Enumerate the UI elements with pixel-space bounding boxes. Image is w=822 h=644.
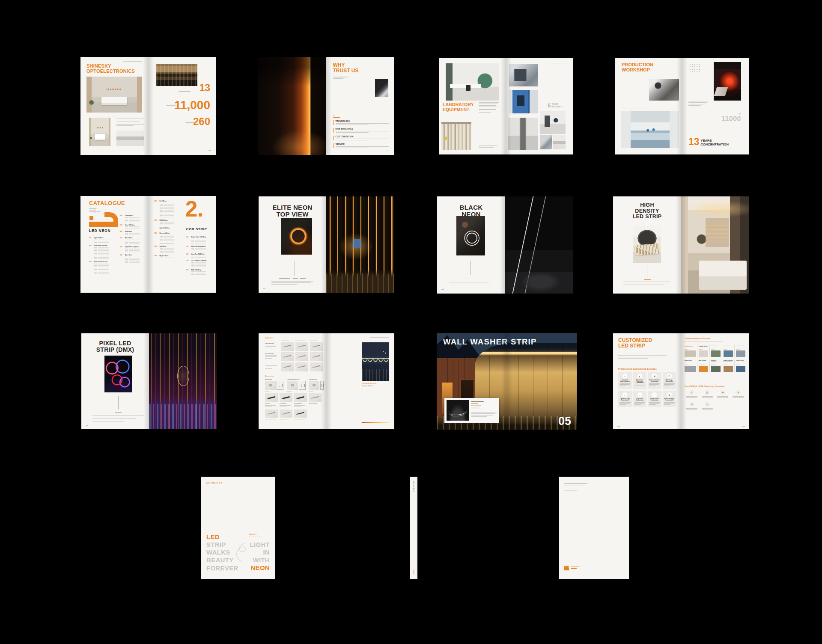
catalogue-section: N01Agile 3D Neon bbox=[89, 237, 116, 243]
spread-company-intro: SHINESKY OPTOELECTRONICS 13 11,000 260 bbox=[80, 57, 216, 155]
catalogue-section: N07Black Neon bbox=[120, 237, 144, 244]
section-name: RGBW Neon bbox=[160, 220, 179, 221]
trust-item: SERVICE bbox=[333, 143, 389, 148]
oem-icon: ▤ bbox=[705, 390, 710, 395]
spec-caption bbox=[115, 412, 122, 413]
area-value: 11000 bbox=[721, 115, 741, 123]
accessory-label: Aluminum Profile bbox=[309, 379, 317, 380]
pixel-strip-photo bbox=[104, 356, 132, 392]
cover-word: LED bbox=[206, 533, 238, 541]
page-number bbox=[617, 290, 620, 290]
black-right-page bbox=[505, 196, 573, 294]
cover-word: IN bbox=[250, 549, 270, 556]
page-number bbox=[263, 426, 265, 426]
services-grid: ✳ Customized Lighting Solutions ▮ Specia… bbox=[618, 372, 676, 407]
step-title: First Sample bbox=[724, 344, 733, 348]
model-list bbox=[120, 249, 144, 252]
service-title: Printed & Jacketed Customization bbox=[649, 380, 660, 383]
page-title: LABORATORY EQUIPMENT bbox=[443, 102, 474, 112]
description-text bbox=[92, 415, 144, 422]
accessory-label: Aluminum Mounting Clip bbox=[287, 379, 299, 380]
years-value: 13 bbox=[688, 137, 700, 147]
accessory-label: Wire Tin Connector bbox=[309, 403, 322, 404]
dot-grid-ornament bbox=[689, 63, 700, 72]
model-list bbox=[186, 256, 211, 258]
service-title: Brand Logo Customization bbox=[664, 380, 675, 383]
catalogue-section: N05Omni 360 Neon bbox=[120, 224, 144, 229]
test-chamber-photo bbox=[509, 64, 538, 86]
badge-caption bbox=[333, 117, 340, 118]
back-cover bbox=[559, 477, 629, 579]
page-title: ELITE NEON TOP VIEW bbox=[259, 204, 326, 218]
service-card: ↔ Light Strip Length Customization bbox=[618, 391, 632, 407]
service-icon: ↔ bbox=[622, 392, 627, 397]
page-title: WALL WASHER STRIP bbox=[443, 337, 536, 347]
row-label: Front Cable Entry bbox=[265, 343, 279, 344]
spec-caption bbox=[279, 278, 290, 279]
catalogue-section: C01Single Color COB Strip bbox=[186, 236, 211, 243]
workshop-right-page: SQM 11000 13 YEARS CONCENTRATION bbox=[682, 58, 749, 154]
process-step: Goods Delivery STEP 10 bbox=[734, 360, 745, 372]
service-description bbox=[664, 383, 675, 386]
accessories-left-page: Cable Entry Looped End Cap Cable Thru En… bbox=[259, 333, 327, 429]
catalogue-section: N06Dual Neon bbox=[120, 231, 144, 235]
office-photo bbox=[116, 131, 144, 146]
lab-left-page: LABORATORY EQUIPMENT bbox=[439, 58, 506, 154]
aging-test-photo bbox=[441, 122, 471, 150]
model-list bbox=[186, 248, 211, 251]
elite-right-page bbox=[326, 196, 394, 293]
dimension-caption: Dimension bbox=[265, 391, 269, 392]
pixel-left-page: PIXEL LED STRIP (DMX) bbox=[81, 333, 149, 429]
column-header: Blind End Cap bbox=[310, 340, 323, 341]
oem-caption bbox=[685, 396, 699, 398]
portfolio-canvas: SHINESKY OPTOELECTRONICS 13 11,000 260 bbox=[0, 0, 822, 644]
end-cap-photo bbox=[281, 352, 294, 361]
catalogue-section: N12Recessed Neon bbox=[155, 232, 179, 244]
years-concentration: 13 YEARS CONCENTRATION bbox=[688, 137, 729, 147]
page-title: WHY TRUST US bbox=[333, 62, 359, 74]
service-icon: ◠ bbox=[652, 392, 657, 397]
neon-squiggle-graphic bbox=[233, 542, 249, 564]
spread-pixel-led: PIXEL LED STRIP (DMX) bbox=[81, 333, 217, 429]
cover-words-right: LIGHTINWITHNEON bbox=[250, 541, 270, 572]
spread-accessories: Cable Entry Looped End Cap Cable Thru En… bbox=[259, 333, 394, 429]
stat-label bbox=[179, 91, 191, 92]
caption-line bbox=[621, 109, 649, 109]
address-line bbox=[564, 484, 587, 484]
section-code: N07 bbox=[120, 237, 124, 239]
strip-sample-photo bbox=[447, 400, 469, 421]
model-list bbox=[120, 217, 144, 222]
step-number: STEP 04 bbox=[724, 349, 733, 350]
humidity-chamber-photo bbox=[509, 90, 538, 113]
spread-wall-washer: WALL WASHER STRIP 05 bbox=[437, 333, 577, 430]
vertical-line bbox=[118, 396, 119, 410]
model-list bbox=[186, 239, 211, 243]
oem-caption bbox=[700, 396, 714, 398]
section-name: Black Neon bbox=[125, 237, 144, 239]
section-name: Agile 3in1 Neon bbox=[160, 227, 179, 229]
step-title: Demand Communication bbox=[685, 344, 696, 348]
catalogue-section: N09Apex Neon bbox=[120, 254, 144, 263]
step-title: Goods Delivery bbox=[736, 360, 745, 364]
row-description bbox=[265, 345, 277, 349]
spec-caption-orange bbox=[644, 279, 651, 280]
chapter-number: 05 bbox=[558, 415, 571, 428]
model-list bbox=[155, 235, 179, 244]
cover-word: WITH bbox=[250, 556, 270, 564]
catalogue-section: N14Rhythm Neon bbox=[155, 255, 179, 258]
section-name: Slim COB Strip (4mm) bbox=[191, 246, 211, 247]
step-number: STEP 07 bbox=[699, 364, 708, 365]
service-description bbox=[664, 402, 675, 405]
spec-caption bbox=[456, 278, 467, 278]
model-list bbox=[120, 226, 144, 229]
address-line bbox=[564, 486, 585, 486]
dimension-caption: Dimension bbox=[287, 391, 292, 392]
oem-caption bbox=[731, 396, 745, 398]
black-connector-photo bbox=[294, 410, 307, 418]
connector-photo bbox=[309, 393, 322, 402]
model-list bbox=[89, 264, 116, 274]
connector-photo bbox=[280, 393, 292, 402]
card-spec-line bbox=[471, 407, 480, 407]
step-photo bbox=[711, 366, 721, 372]
model-list bbox=[155, 203, 179, 217]
